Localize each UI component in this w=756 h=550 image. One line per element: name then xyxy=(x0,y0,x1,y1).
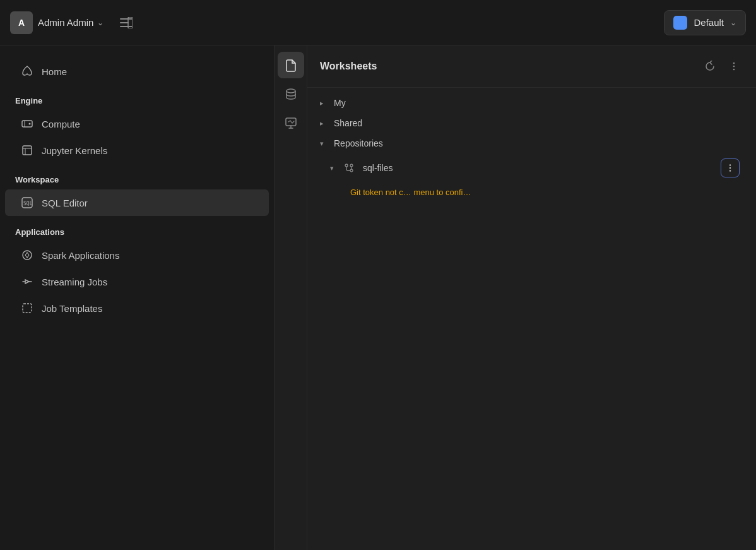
shared-label: Shared xyxy=(334,118,362,128)
sidebar-item-streaming-jobs[interactable]: Streaming Jobs xyxy=(5,268,269,295)
sql-files-chevron-icon: ▾ xyxy=(330,164,339,172)
workspace-label: Default xyxy=(694,17,724,28)
right-panel: Worksheets xyxy=(307,45,756,550)
jupyter-icon xyxy=(20,143,34,157)
svg-text:SQL: SQL xyxy=(23,201,33,206)
applications-section-header: Applications xyxy=(0,216,274,242)
svg-point-20 xyxy=(350,169,353,172)
home-icon xyxy=(20,64,34,78)
sidebar-item-spark-applications[interactable]: Spark Applications xyxy=(5,242,269,268)
sql-editor-label: SQL Editor xyxy=(42,198,88,208)
svg-point-22 xyxy=(729,164,731,165)
workspace-section-header: Workspace xyxy=(0,164,274,189)
icon-strip-monitor[interactable] xyxy=(278,110,304,136)
svg-point-21 xyxy=(350,164,353,167)
svg-rect-4 xyxy=(22,121,32,127)
engine-section-header: Engine xyxy=(0,85,274,111)
worksheets-header: Worksheets xyxy=(307,45,756,88)
spark-applications-label: Spark Applications xyxy=(42,250,119,261)
sidebar-item-compute[interactable]: Compute xyxy=(5,111,269,137)
jupyter-kernels-label: Jupyter Kernels xyxy=(42,145,107,156)
sidebar-item-job-templates[interactable]: Job Templates xyxy=(5,295,269,321)
user-initial: A xyxy=(18,18,25,28)
home-label: Home xyxy=(42,66,67,77)
user-chevron-icon[interactable]: ⌄ xyxy=(97,18,103,27)
workspace-chevron-icon: ⌄ xyxy=(730,18,736,27)
more-options-button[interactable] xyxy=(724,57,743,76)
sql-files-three-dot-button[interactable] xyxy=(721,158,740,177)
header-actions xyxy=(700,57,743,76)
svg-rect-13 xyxy=(23,304,32,313)
icon-strip xyxy=(275,45,307,550)
git-warning-text: Git token not c… menu to confi… xyxy=(307,182,756,203)
svg-point-16 xyxy=(733,63,735,64)
svg-rect-0 xyxy=(120,18,133,20)
my-label: My xyxy=(334,98,346,108)
svg-rect-2 xyxy=(120,26,133,27)
svg-point-24 xyxy=(729,170,731,171)
tree-item-shared[interactable]: ▸ Shared xyxy=(307,113,756,133)
streaming-icon xyxy=(20,275,34,289)
svg-point-18 xyxy=(733,69,735,71)
refresh-button[interactable] xyxy=(700,57,719,76)
compute-icon xyxy=(20,117,34,131)
svg-point-23 xyxy=(729,167,731,169)
sql-editor-icon: SQL xyxy=(20,196,34,210)
svg-point-6 xyxy=(29,123,31,125)
svg-rect-1 xyxy=(120,22,129,23)
svg-point-14 xyxy=(286,89,295,93)
git-branch-icon xyxy=(344,163,354,173)
workspace-selector[interactable]: Default ⌄ xyxy=(664,10,746,35)
top-bar: A Admin Admin ⌄ Default ⌄ xyxy=(0,0,756,45)
sidebar-item-home[interactable]: Home xyxy=(5,58,269,85)
sql-files-label: sql-files xyxy=(363,163,716,173)
compute-label: Compute xyxy=(42,119,80,129)
spark-icon xyxy=(20,248,34,262)
worksheets-title: Worksheets xyxy=(320,61,700,72)
tree-item-sql-files[interactable]: ▾ sql-files xyxy=(307,153,756,182)
user-name: Admin Admin xyxy=(38,17,93,28)
tree-item-repositories[interactable]: ▾ Repositories xyxy=(307,133,756,153)
job-templates-label: Job Templates xyxy=(42,303,102,314)
sidebar-item-sql-editor[interactable]: SQL SQL Editor xyxy=(5,189,269,216)
icon-strip-files[interactable] xyxy=(278,52,304,78)
workspace-dot-icon xyxy=(673,16,687,30)
git-warning-message: Git token not c… menu to confi… xyxy=(350,188,471,197)
left-sidebar: Home Engine Compute Jupyte xyxy=(0,45,275,550)
tree-item-my[interactable]: ▸ My xyxy=(307,93,756,113)
main-layout: Home Engine Compute Jupyte xyxy=(0,45,756,550)
icon-strip-database[interactable] xyxy=(278,81,304,107)
job-templates-icon xyxy=(20,301,34,315)
svg-point-19 xyxy=(345,164,348,167)
worksheets-tree: ▸ My ▸ Shared ▾ Repositories ▾ xyxy=(307,88,756,208)
repositories-chevron-icon: ▾ xyxy=(320,140,329,148)
svg-rect-7 xyxy=(23,146,32,155)
my-chevron-icon: ▸ xyxy=(320,99,329,107)
shared-chevron-icon: ▸ xyxy=(320,119,329,128)
streaming-jobs-label: Streaming Jobs xyxy=(42,277,107,287)
user-avatar[interactable]: A xyxy=(10,11,33,34)
repositories-label: Repositories xyxy=(334,138,383,148)
svg-point-17 xyxy=(733,66,735,68)
sidebar-toggle-button[interactable] xyxy=(116,13,136,33)
sidebar-item-jupyter-kernels[interactable]: Jupyter Kernels xyxy=(5,137,269,164)
